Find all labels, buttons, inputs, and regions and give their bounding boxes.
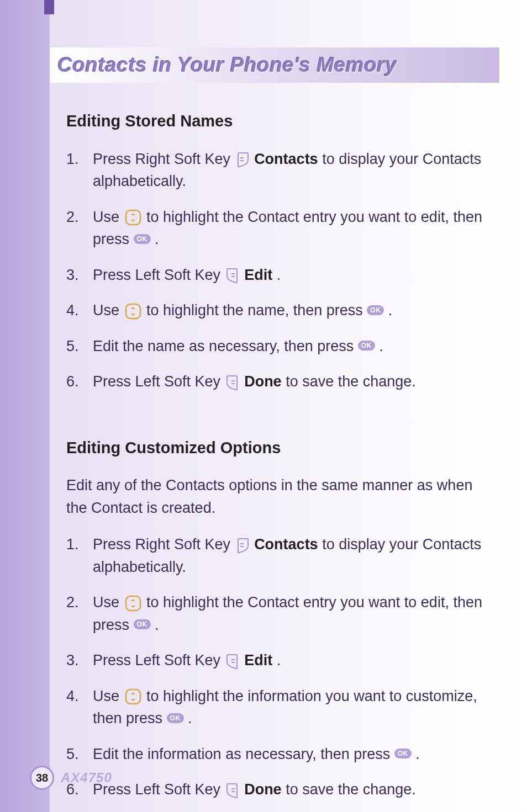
step-bold: Contacts (254, 536, 318, 553)
step-text: . (188, 710, 192, 726)
page-footer: 38 AX4750 (30, 766, 112, 790)
step-text: . (277, 652, 281, 668)
ok-key-icon: OK (358, 341, 375, 351)
section-heading-1: Editing Stored Names (66, 109, 494, 134)
step-text: Press Left Soft Key (93, 267, 225, 283)
step-bold: Done (244, 373, 282, 390)
step-text: to save the change. (286, 781, 416, 798)
section2-steps: Press Right Soft Key Contacts to display… (66, 533, 494, 801)
step-text: Edit the information as necessary, then … (93, 746, 394, 762)
step-item: Edit the name as necessary, then press O… (66, 335, 494, 358)
left-soft-key-icon (226, 268, 239, 283)
chapter-title-bar: Contacts in Your Phone's Memory (50, 47, 499, 83)
step-text: Use (93, 688, 124, 704)
section-heading-2: Editing Customized Options (66, 436, 494, 460)
step-bold: Done (244, 781, 282, 798)
ok-key-icon: OK (167, 713, 184, 723)
step-text: . (379, 338, 383, 354)
ok-key-icon: OK (394, 749, 412, 758)
right-soft-key-icon (236, 152, 249, 167)
navigation-key-icon (125, 209, 141, 226)
step-text: Edit the name as necessary, then press (93, 338, 358, 354)
page-content: Editing Stored Names Press Right Soft Ke… (66, 98, 494, 812)
step-text: Press Right Soft Key (93, 536, 235, 553)
step-text: Press Left Soft Key (93, 781, 225, 798)
svg-rect-0 (126, 210, 140, 225)
left-soft-key-icon (226, 654, 239, 669)
ok-key-icon: OK (134, 234, 151, 244)
step-item: Press Right Soft Key Contacts to display… (66, 148, 494, 193)
svg-rect-3 (126, 689, 140, 704)
step-text: Use (93, 302, 124, 319)
svg-rect-2 (126, 596, 140, 611)
section1-steps: Press Right Soft Key Contacts to display… (66, 148, 494, 393)
step-text: . (388, 302, 393, 319)
left-soft-key-icon (226, 783, 239, 798)
step-item: Use to highlight the name, then press OK… (66, 299, 494, 322)
model-label: AX4750 (61, 770, 112, 786)
step-text: Press Left Soft Key (93, 652, 225, 668)
step-text: to highlight the Contact entry you want … (93, 209, 482, 248)
step-bold: Contacts (254, 151, 318, 167)
step-text: to highlight the name, then press (146, 302, 367, 319)
step-item: Press Left Soft Key Edit . (66, 649, 494, 672)
ok-key-icon: OK (134, 619, 151, 629)
step-text: . (415, 746, 420, 762)
step-text: to save the change. (286, 373, 416, 390)
step-item: Press Left Soft Key Edit . (66, 264, 494, 286)
step-text: Press Left Soft Key (93, 373, 225, 390)
section2-intro: Edit any of the Contacts options in the … (66, 474, 494, 519)
navigation-key-icon (125, 303, 141, 320)
step-item: Use to highlight the Contact entry you w… (66, 206, 494, 251)
step-text: to highlight the information you want to… (93, 688, 477, 727)
step-text: Use (93, 209, 124, 225)
step-item: Press Left Soft Key Done to save the cha… (66, 370, 494, 393)
page-number-badge: 38 (30, 766, 54, 790)
step-item: Press Left Soft Key Done to save the cha… (66, 778, 494, 801)
step-item: Use to highlight the information you wan… (66, 685, 494, 730)
navigation-key-icon (125, 595, 141, 612)
step-text: Press Right Soft Key (93, 151, 235, 167)
ok-key-icon: OK (367, 305, 384, 315)
step-text: to highlight the Contact entry you want … (93, 594, 482, 633)
step-text: . (155, 231, 159, 247)
step-text: Use (93, 594, 124, 611)
step-item: Use to highlight the Contact entry you w… (66, 591, 494, 636)
chapter-title: Contacts in Your Phone's Memory (57, 54, 397, 77)
left-soft-key-icon (226, 375, 239, 390)
step-text: . (155, 617, 159, 633)
navigation-key-icon (125, 688, 141, 705)
step-item: Edit the information as necessary, then … (66, 743, 494, 766)
step-bold: Edit (244, 652, 272, 668)
top-tab-accent (44, 0, 54, 14)
left-sidebar (0, 0, 50, 812)
step-text: . (277, 267, 281, 283)
svg-rect-1 (126, 304, 140, 319)
step-item: Press Right Soft Key Contacts to display… (66, 533, 494, 578)
right-soft-key-icon (236, 538, 249, 553)
step-bold: Edit (244, 267, 272, 283)
